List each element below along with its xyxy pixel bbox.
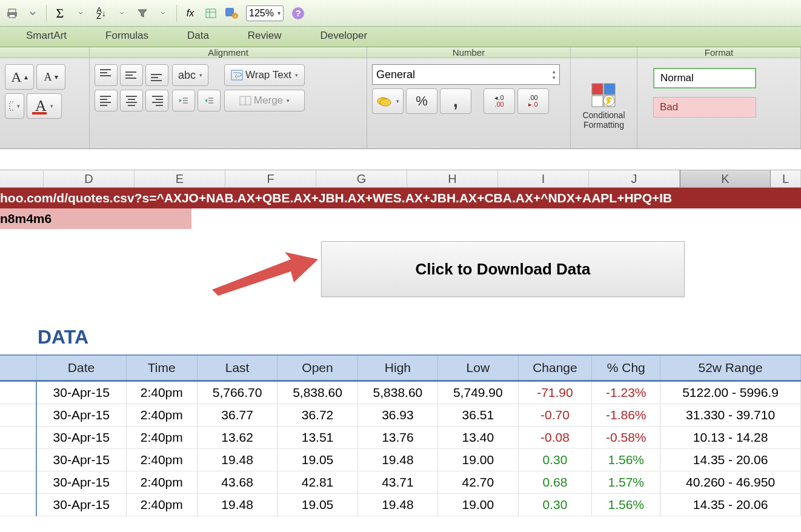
decrease-decimal-button[interactable]: .00▸.0: [517, 88, 549, 114]
cell-low[interactable]: 5,749.90: [438, 381, 518, 404]
sort-az-icon[interactable]: AZ↓: [91, 4, 111, 22]
increase-indent-button[interactable]: [198, 90, 221, 111]
align-left-button[interactable]: [95, 90, 118, 111]
table-row[interactable]: 30-Apr-152:40pm19.4819.0519.4819.000.301…: [0, 449, 801, 471]
col-header-j[interactable]: J: [589, 170, 680, 187]
cell-high[interactable]: 43.71: [357, 471, 437, 494]
cell-style-bad[interactable]: Bad: [653, 97, 756, 118]
zoom-select[interactable]: 125%▾: [246, 5, 284, 21]
col-header-f[interactable]: F: [225, 170, 316, 187]
cell-pctchg[interactable]: -0.58%: [592, 427, 660, 449]
tab-formulas[interactable]: Formulas: [91, 25, 162, 47]
currency-button[interactable]: ▾: [372, 88, 404, 114]
table-row[interactable]: 30-Apr-152:40pm5,766.705,838.605,838.605…: [0, 381, 801, 404]
cell-open[interactable]: 36.72: [278, 404, 357, 427]
cell-last[interactable]: 13.62: [197, 427, 277, 449]
cell-low[interactable]: 13.40: [438, 427, 518, 449]
merge-button[interactable]: Merge▾: [224, 90, 305, 111]
cell-change[interactable]: 0.30: [518, 494, 592, 516]
cell-high[interactable]: 13.76: [357, 427, 437, 449]
cell-change[interactable]: -0.08: [518, 427, 592, 449]
cell-open[interactable]: 13.51: [278, 427, 357, 449]
cell-range[interactable]: 5122.00 - 5996.9: [660, 381, 801, 404]
table-row[interactable]: 30-Apr-152:40pm13.6213.5113.7613.40-0.08…: [0, 427, 801, 449]
cell-style-normal[interactable]: Normal: [653, 68, 756, 88]
url-cell-row2[interactable]: n8m4m6: [0, 208, 191, 229]
th-last[interactable]: Last: [197, 355, 277, 381]
decrease-font-size-button[interactable]: A▾: [36, 64, 65, 90]
align-middle-button[interactable]: [120, 64, 143, 86]
cell-time[interactable]: 2:40pm: [126, 404, 197, 427]
decrease-indent-button[interactable]: [172, 90, 195, 111]
filter-dropdown-icon[interactable]: [153, 4, 173, 22]
col-header-h[interactable]: H: [407, 170, 498, 187]
orientation-button[interactable]: abc▾: [172, 64, 208, 86]
th-low[interactable]: Low: [438, 355, 518, 381]
cell-open[interactable]: 42.81: [278, 471, 357, 494]
cell-last[interactable]: 5,766.70: [197, 381, 277, 404]
cell-low[interactable]: 19.00: [438, 449, 518, 471]
tab-data[interactable]: Data: [173, 25, 223, 47]
cell-high[interactable]: 36.93: [357, 404, 437, 427]
cell-change[interactable]: 0.68: [518, 471, 592, 494]
comma-button[interactable]: ,: [440, 88, 471, 114]
cell-range[interactable]: 31.330 - 39.710: [660, 404, 801, 427]
number-format-select[interactable]: General ▴▾: [372, 64, 560, 85]
show-formulas-icon[interactable]: [201, 4, 221, 22]
cell-pctchg[interactable]: -1.23%: [592, 381, 660, 404]
url-cell-row1[interactable]: hoo.com/d/quotes.csv?s=^AXJO+NAB.AX+QBE.…: [0, 188, 801, 208]
border-button[interactable]: ▾: [5, 93, 24, 119]
th-pctchg[interactable]: % Chg: [592, 355, 660, 381]
cell-high[interactable]: 19.48: [357, 494, 437, 516]
align-bottom-button[interactable]: [145, 64, 168, 86]
cell-last[interactable]: 36.77: [197, 404, 277, 427]
autosum-icon[interactable]: Σ: [50, 4, 70, 22]
col-header-d[interactable]: D: [44, 170, 135, 187]
autosum-dropdown-icon[interactable]: [71, 4, 90, 22]
tab-developer[interactable]: Developer: [307, 25, 382, 47]
cell-date[interactable]: 30-Apr-15: [36, 404, 126, 427]
th-date[interactable]: Date: [36, 355, 126, 381]
tab-review[interactable]: Review: [234, 25, 296, 47]
cell-pctchg[interactable]: 1.57%: [592, 471, 660, 494]
cell-pctchg[interactable]: 1.56%: [592, 449, 660, 471]
cell-date[interactable]: 30-Apr-15: [36, 494, 126, 516]
cell-high[interactable]: 5,838.60: [357, 381, 437, 404]
cell-change[interactable]: -0.70: [518, 404, 592, 427]
cell-open[interactable]: 19.05: [278, 494, 357, 516]
col-header-blank[interactable]: [0, 170, 44, 187]
cell-low[interactable]: 19.00: [438, 494, 518, 516]
cell-low[interactable]: 36.51: [438, 404, 518, 427]
th-open[interactable]: Open: [278, 355, 357, 381]
cell-pctchg[interactable]: 1.56%: [592, 494, 660, 516]
cell-open[interactable]: 5,838.60: [278, 381, 357, 404]
cell-pctchg[interactable]: -1.86%: [592, 404, 660, 427]
filter-icon[interactable]: [133, 4, 152, 22]
th-52wrange[interactable]: 52w Range: [660, 355, 801, 381]
cell-low[interactable]: 42.70: [438, 471, 518, 494]
th-time[interactable]: Time: [126, 355, 197, 381]
align-top-button[interactable]: [95, 64, 118, 86]
print-icon[interactable]: [2, 4, 22, 22]
cell-time[interactable]: 2:40pm: [126, 427, 197, 449]
cell-open[interactable]: 19.05: [278, 449, 357, 471]
download-data-button[interactable]: Click to Download Data: [321, 241, 685, 297]
col-header-g[interactable]: G: [316, 170, 407, 187]
th-high[interactable]: High: [357, 355, 437, 381]
cell-date[interactable]: 30-Apr-15: [36, 427, 126, 449]
redo-dropdown-icon[interactable]: [23, 4, 42, 22]
increase-decimal-button[interactable]: ◂.0.00: [484, 88, 515, 114]
increase-font-size-button[interactable]: A▴: [5, 64, 34, 90]
table-row[interactable]: 30-Apr-152:40pm36.7736.7236.9336.51-0.70…: [0, 404, 801, 427]
cell-change[interactable]: 0.30: [518, 449, 592, 471]
cell-last[interactable]: 43.68: [197, 471, 277, 494]
cell-date[interactable]: 30-Apr-15: [36, 449, 126, 471]
cell-range[interactable]: 14.35 - 20.06: [660, 449, 801, 471]
col-header-e[interactable]: E: [135, 170, 225, 187]
sort-dropdown-icon[interactable]: [112, 4, 131, 22]
fx-icon[interactable]: fx: [181, 4, 200, 22]
cell-time[interactable]: 2:40pm: [126, 449, 197, 471]
cell-last[interactable]: 19.48: [197, 449, 277, 471]
table-row[interactable]: 30-Apr-152:40pm43.6842.8143.7142.700.681…: [0, 471, 801, 494]
cell-range[interactable]: 40.260 - 46.950: [660, 471, 801, 494]
